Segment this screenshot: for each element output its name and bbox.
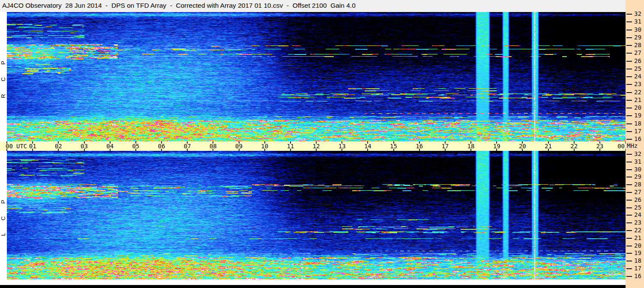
freq-label: 27 [634, 49, 641, 56]
freq-label: 30 [634, 166, 641, 173]
freq-tick [626, 14, 632, 15]
freq-tick [626, 162, 632, 162]
freq-tick [626, 84, 632, 85]
lcp-polarization-label: L C P [0, 185, 7, 245]
app-window: AJ4CO Observatory 28 Jun 2014 - DPS on T… [0, 0, 644, 288]
time-axis: UTC 000102030405060708091011121314151617… [0, 141, 626, 151]
freq-tick [626, 261, 632, 261]
freq-label: 32 [634, 10, 641, 17]
freq-tick [626, 92, 632, 93]
freq-tick [626, 21, 632, 22]
freq-label: 31 [634, 158, 641, 165]
freq-tick [626, 30, 632, 30]
freq-tick [626, 169, 632, 170]
freq-label: 20 [634, 242, 641, 249]
hour-label: 22 [569, 143, 579, 150]
freq-label: 26 [634, 196, 641, 203]
freq-tick [626, 61, 632, 62]
freq-label: 16 [634, 135, 641, 142]
hour-label: 08 [208, 143, 218, 150]
freq-tick [626, 200, 632, 201]
freq-label: 28 [634, 42, 641, 48]
freq-label: 32 [634, 150, 641, 157]
freq-tick [626, 238, 632, 239]
freq-label: 18 [634, 257, 641, 264]
hour-label: 21 [544, 143, 553, 150]
freq-label: 28 [634, 181, 641, 188]
freq-tick [626, 131, 632, 132]
freq-label: 19 [634, 249, 641, 256]
freq-tick [626, 215, 632, 216]
freq-tick [626, 246, 632, 246]
freq-label: 23 [634, 81, 641, 87]
freq-label: 21 [634, 96, 641, 103]
freq-label: 23 [634, 219, 641, 226]
hour-label: 07 [183, 143, 192, 150]
freq-tick [626, 154, 632, 155]
hour-label: 13 [337, 143, 347, 150]
freq-label: 20 [634, 104, 641, 111]
hour-label: 17 [440, 143, 450, 150]
freq-tick [626, 268, 632, 269]
hour-label: 00 [614, 143, 625, 150]
hour-label: 20 [518, 143, 527, 150]
hour-label: 00 [6, 143, 18, 150]
hour-label: 23 [595, 143, 605, 150]
freq-label: 29 [634, 34, 641, 41]
freq-tick [626, 222, 632, 223]
hour-label: 05 [131, 143, 141, 150]
freq-tick [626, 53, 632, 54]
title-bar: AJ4CO Observatory 28 Jun 2014 - DPS on T… [0, 0, 626, 12]
freq-label: 25 [634, 65, 641, 72]
freq-tick [626, 45, 632, 46]
hour-label: 01 [28, 143, 37, 150]
freq-tick [626, 184, 632, 185]
freq-label: 26 [634, 57, 641, 64]
freq-label: 22 [634, 227, 641, 234]
hour-label: 19 [492, 143, 501, 150]
freq-label: 22 [634, 89, 641, 96]
hour-label: 14 [363, 143, 372, 150]
freq-tick [626, 276, 632, 277]
freq-label: 17 [634, 265, 641, 272]
hour-label: 09 [234, 143, 244, 150]
bottom-frame-bar [0, 285, 626, 288]
freq-tick [626, 76, 632, 77]
freq-label: 16 [634, 273, 641, 279]
freq-tick [626, 108, 632, 108]
hour-label: 04 [105, 143, 115, 150]
freq-label: 17 [634, 128, 641, 135]
freq-tick [626, 69, 632, 69]
rcp-polarization-label: R C P [0, 47, 7, 107]
hour-label: 02 [54, 143, 63, 150]
lcp-spectrogram-canvas [7, 151, 626, 279]
freq-label: 24 [634, 211, 641, 218]
hour-label: 18 [466, 143, 476, 150]
rcp-spectrogram-canvas [7, 12, 626, 141]
freq-tick [626, 100, 632, 101]
hour-label: 06 [157, 143, 166, 150]
freq-tick [626, 37, 632, 38]
freq-label: 29 [634, 173, 641, 180]
freq-label: 18 [634, 120, 641, 127]
freq-tick [626, 192, 632, 193]
freq-tick [626, 177, 632, 177]
freq-label: 21 [634, 234, 641, 241]
freq-tick [626, 123, 632, 124]
hour-label: 11 [286, 143, 295, 150]
freq-label: 25 [634, 204, 641, 211]
mhz-unit-label: MHz [627, 142, 638, 149]
freq-tick [626, 230, 632, 231]
freq-label: 27 [634, 189, 641, 195]
freq-label: 31 [634, 18, 641, 25]
hour-label: 16 [415, 143, 424, 150]
hour-label: 03 [80, 143, 89, 150]
freq-label: 24 [634, 73, 641, 80]
freq-label: 19 [634, 112, 641, 119]
freq-tick [626, 139, 632, 140]
freq-tick [626, 115, 632, 116]
freq-tick [626, 253, 632, 254]
hour-label: 10 [260, 143, 270, 150]
freq-tick [626, 207, 632, 208]
freq-label: 30 [634, 26, 641, 33]
